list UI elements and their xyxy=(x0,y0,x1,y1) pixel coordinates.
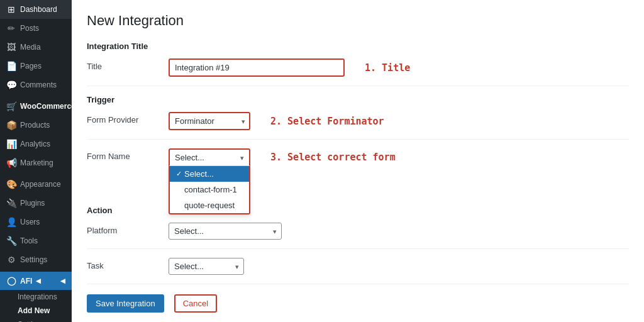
trigger-section: Trigger Form Provider Forminator 2. Sele… xyxy=(87,95,629,168)
sidebar-item-label: Posts xyxy=(20,24,39,33)
plugins-icon: 🔌 xyxy=(6,198,16,208)
sidebar-item-settings[interactable]: ⚙ Settings xyxy=(0,250,72,269)
sidebar-item-label: Products xyxy=(20,121,50,130)
media-icon: 🖼 xyxy=(6,42,16,52)
sidebar-item-label: Appearance xyxy=(20,180,61,189)
form-name-option-label: contact-form-1 xyxy=(184,185,237,194)
form-name-dropdown-btn[interactable]: Select... xyxy=(169,148,250,165)
woocommerce-icon: 🛒 xyxy=(6,101,16,111)
sidebar-item-analytics[interactable]: 📊 Analytics xyxy=(0,135,72,153)
form-name-input-wrap: Select... ✓ Select... ✓ contact-form-1 xyxy=(169,148,629,165)
form-provider-select-wrapper: Forminator xyxy=(169,112,250,130)
sidebar-item-label: Pages xyxy=(20,62,42,70)
sidebar-sub-settings[interactable]: Settings xyxy=(0,318,72,322)
sidebar-item-appearance[interactable]: 🎨 Appearance xyxy=(0,175,72,194)
sidebar-sub-add-new[interactable]: Add New xyxy=(0,304,72,318)
sidebar-sub-label: Integrations xyxy=(18,292,57,301)
sidebar-sub-integrations[interactable]: Integrations xyxy=(0,290,72,304)
tools-icon: 🔧 xyxy=(6,236,16,246)
settings-icon: ⚙ xyxy=(6,255,16,265)
title-field-row: Title 1. Title xyxy=(87,58,629,86)
cancel-button[interactable]: Cancel xyxy=(174,294,217,313)
action-section: Action Platform Select... Task xyxy=(87,206,629,284)
sidebar-item-label: Dashboard xyxy=(20,5,57,14)
sidebar-item-label: WooCommerce xyxy=(20,102,72,111)
pages-icon: 📄 xyxy=(6,61,16,71)
title-input[interactable] xyxy=(169,58,345,77)
title-label: Title xyxy=(87,58,169,71)
form-select-annotation: 3. Select correct form xyxy=(270,148,396,163)
form-name-option-contact-form-1[interactable]: ✓ contact-form-1 xyxy=(170,182,249,197)
posts-icon: ✏ xyxy=(6,23,16,33)
platform-input-wrap: Select... xyxy=(169,223,629,240)
sidebar: ⊞ Dashboard ✏ Posts 🖼 Media 📄 Pages 💬 Co… xyxy=(0,0,72,322)
form-name-dropdown-list: ✓ Select... ✓ contact-form-1 ✓ quote-req… xyxy=(169,165,250,214)
form-name-label: Form Name xyxy=(87,148,169,161)
page-title: New Integration xyxy=(87,13,629,29)
sidebar-item-label: Users xyxy=(20,218,40,226)
platform-select[interactable]: Select... xyxy=(169,223,282,240)
sidebar-item-pages[interactable]: 📄 Pages xyxy=(0,57,72,75)
save-integration-button[interactable]: Save Integration xyxy=(87,294,164,313)
sidebar-item-comments[interactable]: 💬 Comments xyxy=(0,75,72,94)
analytics-icon: 📊 xyxy=(6,139,16,149)
title-annotation: 1. Title xyxy=(365,62,410,74)
form-provider-input-wrap: Forminator 2. Select Forminator xyxy=(169,112,629,130)
sidebar-item-label: Marketing xyxy=(20,158,53,167)
form-name-option-label: Select... xyxy=(184,169,214,179)
button-row: Save Integration Cancel xyxy=(87,294,629,313)
platform-select-wrapper: Select... xyxy=(169,223,282,240)
dashboard-icon: ⊞ xyxy=(6,4,16,14)
task-select[interactable]: Select... xyxy=(169,258,244,275)
content-area: New Integration Integration Title Title … xyxy=(72,0,644,322)
sidebar-item-label: Settings xyxy=(20,255,47,264)
sidebar-item-plugins[interactable]: 🔌 Plugins xyxy=(0,194,72,213)
afi-icon: ◯ xyxy=(6,276,16,286)
sidebar-item-woocommerce[interactable]: 🛒 WooCommerce xyxy=(0,97,72,116)
form-name-row: Form Name Select... ✓ Select... ✓ xyxy=(87,148,629,168)
form-provider-label: Form Provider xyxy=(87,112,169,125)
form-provider-select[interactable]: Forminator xyxy=(169,112,250,130)
marketing-icon: 📢 xyxy=(6,158,16,168)
form-provider-row: Form Provider Forminator 2. Select Formi… xyxy=(87,112,629,140)
form-name-option-quote-request[interactable]: ✓ quote-request xyxy=(170,197,249,213)
trigger-label: Trigger xyxy=(87,95,629,104)
platform-label: Platform xyxy=(87,223,169,235)
form-name-dropdown-wrapper: Select... ✓ Select... ✓ contact-form-1 xyxy=(169,148,250,165)
sidebar-item-marketing[interactable]: 📢 Marketing xyxy=(0,153,72,172)
task-input-wrap: Select... xyxy=(169,258,629,275)
task-select-wrapper: Select... xyxy=(169,258,244,275)
sidebar-item-label: Tools xyxy=(20,236,38,245)
users-icon: 👤 xyxy=(6,217,16,227)
check-icon: ✓ xyxy=(176,170,182,178)
sidebar-sub-label: Add New xyxy=(18,306,50,315)
main-content: New Integration Integration Title Title … xyxy=(72,0,644,322)
sidebar-item-afi[interactable]: ◯ AFI ◀ xyxy=(0,272,72,290)
appearance-icon: 🎨 xyxy=(6,179,16,189)
sidebar-afi-label: AFI xyxy=(20,277,32,286)
sidebar-item-users[interactable]: 👤 Users xyxy=(0,213,72,231)
sidebar-item-tools[interactable]: 🔧 Tools xyxy=(0,231,72,250)
task-label: Task xyxy=(87,258,169,270)
task-row: Task Select... xyxy=(87,258,629,284)
sidebar-item-products[interactable]: 📦 Products xyxy=(0,116,72,135)
sidebar-item-label: Comments xyxy=(20,80,57,89)
sidebar-item-posts[interactable]: ✏ Posts xyxy=(0,19,72,38)
sidebar-item-label: Media xyxy=(20,43,41,52)
afi-arrow-icon: ◀ xyxy=(36,277,41,284)
form-name-selected: Select... xyxy=(175,153,204,162)
sidebar-item-media[interactable]: 🖼 Media xyxy=(0,38,72,57)
title-input-wrap: 1. Title xyxy=(169,58,629,77)
integration-title-section: Integration Title xyxy=(87,42,629,51)
comments-icon: 💬 xyxy=(6,80,16,90)
form-name-option-select[interactable]: ✓ Select... xyxy=(170,166,249,182)
sidebar-item-label: Analytics xyxy=(20,140,50,148)
forminator-annotation: 2. Select Forminator xyxy=(270,116,384,127)
sidebar-item-label: Plugins xyxy=(20,199,45,208)
platform-row: Platform Select... xyxy=(87,223,629,249)
form-name-option-label: quote-request xyxy=(184,201,235,210)
products-icon: 📦 xyxy=(6,120,16,130)
sidebar-item-dashboard[interactable]: ⊞ Dashboard xyxy=(0,0,72,19)
